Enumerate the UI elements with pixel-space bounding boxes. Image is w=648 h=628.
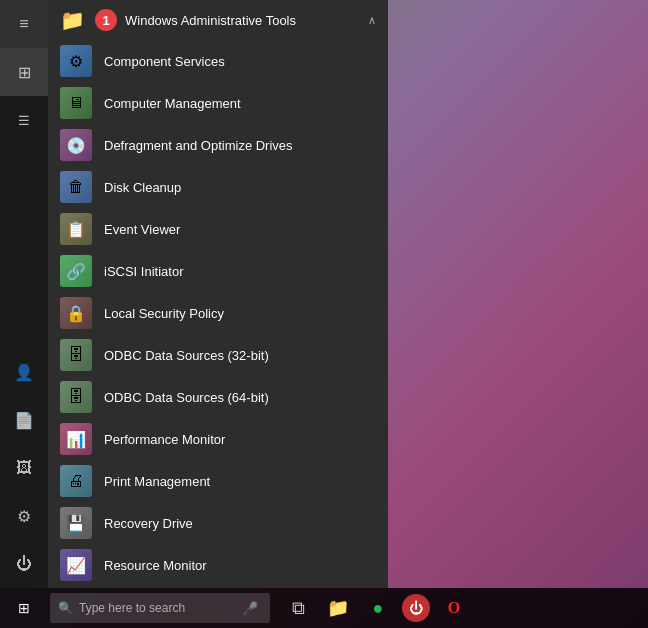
menu-item-computer-management[interactable]: 🖥Computer Management [48,82,388,124]
iscsi-label: iSCSI Initiator [104,264,183,279]
opera-icon: O [448,599,460,617]
menu-item-iscsi[interactable]: 🔗iSCSI Initiator [48,250,388,292]
menu-item-odbc64[interactable]: 🗄ODBC Data Sources (64-bit) [48,376,388,418]
folder-chevron: ∧ [368,14,376,27]
folder-badge: 1 [95,9,117,31]
defrag-label: Defragment and Optimize Drives [104,138,293,153]
computer-management-icon: 🖥 [60,87,92,119]
print-mgmt-label: Print Management [104,474,210,489]
component-services-label: Component Services [104,54,225,69]
taskbar-icons: ⧉ 📁 ● ⏻ O [278,588,474,628]
settings-icon: ⚙ [17,507,31,526]
menu-item-disk-cleanup[interactable]: 🗑Disk Cleanup [48,166,388,208]
list-icon: ☰ [18,113,30,128]
event-viewer-icon: 📋 [60,213,92,245]
resource-monitor-label: Resource Monitor [104,558,207,573]
menu-item-perf-monitor[interactable]: 📊Performance Monitor [48,418,388,460]
spotify-button[interactable]: ● [358,588,398,628]
menu-item-defrag[interactable]: 💿Defragment and Optimize Drives [48,124,388,166]
opera-button[interactable]: O [434,588,474,628]
disk-cleanup-icon: 🗑 [60,171,92,203]
folder-icon: 📁 [60,8,85,32]
menu-item-event-viewer[interactable]: 📋Event Viewer [48,208,388,250]
task-view-button[interactable]: ⧉ [278,588,318,628]
sidebar-user[interactable]: 👤 [0,348,48,396]
sidebar-pictures[interactable]: 🖼 [0,444,48,492]
component-services-icon: ⚙ [60,45,92,77]
sidebar-power[interactable]: ⏻ [0,540,48,588]
task-view-icon: ⧉ [292,598,305,619]
folder-title: Windows Administrative Tools [125,13,368,28]
menu-item-local-security[interactable]: 🔒Local Security Policy [48,292,388,334]
hamburger-icon: ≡ [19,15,28,33]
tiles-icon: ⊞ [18,63,31,82]
pictures-icon: 🖼 [16,459,32,477]
odbc32-icon: 🗄 [60,339,92,371]
power-button[interactable]: ⏻ [402,594,430,622]
event-viewer-label: Event Viewer [104,222,180,237]
folder-header[interactable]: 📁 1 Windows Administrative Tools ∧ [48,0,388,40]
print-mgmt-icon: 🖨 [60,465,92,497]
search-input[interactable] [79,601,229,615]
perf-monitor-label: Performance Monitor [104,432,225,447]
local-security-label: Local Security Policy [104,306,224,321]
windows-logo-icon: ⊞ [18,600,30,616]
power-icon: ⏻ [409,600,423,616]
user-avatar-icon: 👤 [14,363,34,382]
search-icon: 🔍 [58,601,73,615]
sidebar-tiles[interactable]: ⊞ [0,48,48,96]
document-icon: 📄 [14,411,34,430]
defrag-icon: 💿 [60,129,92,161]
menu-item-resource-monitor[interactable]: 📈Resource Monitor [48,544,388,586]
iscsi-icon: 🔗 [60,255,92,287]
disk-cleanup-label: Disk Cleanup [104,180,181,195]
odbc32-label: ODBC Data Sources (32-bit) [104,348,269,363]
menu-item-odbc32[interactable]: 🗄ODBC Data Sources (32-bit) [48,334,388,376]
perf-monitor-icon: 📊 [60,423,92,455]
sidebar-settings[interactable]: ⚙ [0,492,48,540]
explorer-icon: 📁 [327,597,349,619]
menu-items-list: ⚙Component Services🖥Computer Management💿… [48,40,388,588]
microphone-icon[interactable]: 🎤 [238,601,262,616]
start-menu-sidebar: ≡ ⊞ ☰ 👤 📄 🖼 ⚙ ⏻ [0,0,48,588]
file-explorer-button[interactable]: 📁 [318,588,358,628]
start-menu-panel: 📁 1 Windows Administrative Tools ∧ ⚙Comp… [48,0,388,588]
resource-monitor-icon: 📈 [60,549,92,581]
power-icon: ⏻ [16,555,32,573]
sidebar-docs[interactable]: 📄 [0,396,48,444]
computer-management-label: Computer Management [104,96,241,111]
odbc64-label: ODBC Data Sources (64-bit) [104,390,269,405]
spotify-icon: ● [373,598,384,619]
start-button[interactable]: ⊞ [0,588,48,628]
recovery-icon: 💾 [60,507,92,539]
menu-item-component-services[interactable]: ⚙Component Services [48,40,388,82]
odbc64-icon: 🗄 [60,381,92,413]
menu-item-recovery[interactable]: 💾Recovery Drive [48,502,388,544]
menu-item-print-mgmt[interactable]: 🖨Print Management [48,460,388,502]
taskbar: ⊞ 🔍 🎤 ⧉ 📁 ● ⏻ O [0,588,648,628]
sidebar-hamburger[interactable]: ≡ [0,0,48,48]
recovery-label: Recovery Drive [104,516,193,531]
local-security-icon: 🔒 [60,297,92,329]
search-bar[interactable]: 🔍 🎤 [50,593,270,623]
sidebar-list[interactable]: ☰ [0,96,48,144]
